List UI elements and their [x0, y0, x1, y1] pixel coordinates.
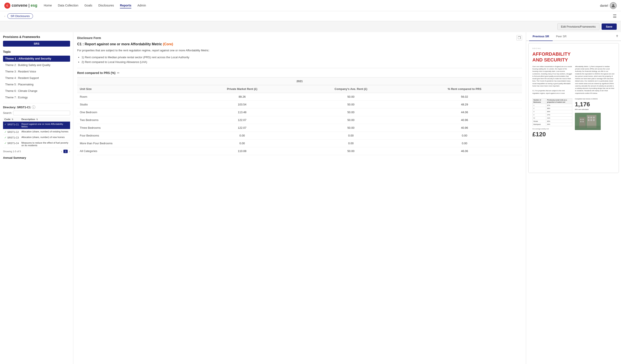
col-pct: % Rent compared to PRS — [407, 85, 522, 93]
sr-doc-table: Number of Bedrooms Previously social ren… — [532, 98, 572, 126]
svg-rect-14 — [575, 126, 601, 130]
dir-desc-srst1-c1: Report against one or more Affordability… — [20, 122, 70, 129]
dir-row-srst1-c1[interactable]: ✓ SRST1-C1 Report against one or more Af… — [3, 122, 70, 129]
unit-cell: Four Bedrooms — [77, 132, 190, 139]
prev-page-button[interactable]: ‹ — [61, 150, 62, 153]
hamburger-menu-icon[interactable]: ☰ — [613, 14, 617, 19]
framework-badge[interactable]: SRS — [3, 41, 70, 47]
sr-document-preview: SOCIAL AFFORDABILITY AND SECURITY Over o… — [528, 43, 619, 173]
pct-cell: 56.02 — [407, 93, 522, 101]
breadcrumb-sr-disclosures[interactable]: SR Disclosures — [7, 13, 33, 19]
navbar: C convene | esg Home Data Collection Goa… — [0, 0, 621, 11]
topic-resident-support[interactable]: Theme 4 : Resident Support — [3, 75, 70, 81]
dir-row-srst1-c3[interactable]: ✓ SRST1-C3 Allocation (share, number) of… — [3, 135, 70, 140]
expand-icon[interactable]: ❐ — [517, 35, 522, 40]
table-row: One Bedroom 113.48 50.00 44.06 — [77, 108, 522, 116]
check-icon-c4: ✓ — [4, 141, 7, 145]
directory-search-input[interactable] — [13, 111, 70, 115]
page-number[interactable]: 1 — [63, 150, 68, 153]
dir-code-srst1-c2: ✓ SRST1-C2 — [3, 129, 20, 135]
save-button[interactable]: Save — [602, 23, 617, 30]
topic-placemaking[interactable]: Theme 5 : Placemaking — [3, 82, 70, 87]
directory-table: Code ⇅ Description ⇅ ✓ SRST1-C1 Report a… — [3, 117, 70, 148]
table-row: Room 89.26 50.00 56.02 — [77, 93, 522, 101]
breadcrumb-bar: › SR Disclosures ☰ — [0, 11, 621, 21]
dir-code-srst1-c3: ✓ SRST1-C3 — [3, 135, 20, 140]
right-panel-expand-icon[interactable]: ✟ — [616, 34, 619, 38]
table-row: Studio 103.54 50.00 48.29 — [77, 101, 522, 108]
disclosure-form-header: Disclosure Form ❐ — [73, 32, 526, 42]
metric-core-label: (Core) — [163, 42, 173, 46]
check-icon-c3: ✓ — [4, 136, 7, 139]
pmr-cell: 103.54 — [190, 101, 295, 108]
pmr-cell: 113.48 — [190, 108, 295, 116]
pagination-text: Showing 1-5 of 5 — [3, 150, 21, 153]
dir-col-desc: Description ⇅ — [20, 117, 70, 122]
nav-links: Home Data Collection Goals Disclosures R… — [44, 3, 600, 8]
topic-climate-change[interactable]: Theme 6 : Climate Change — [3, 88, 70, 94]
left-panel: Provisions & Frameworks SRS Topic Theme … — [0, 32, 73, 364]
sr-doc-social-label: SOCIAL — [532, 47, 615, 50]
nav-data-collection[interactable]: Data Collection — [58, 3, 78, 8]
nav-home[interactable]: Home — [44, 3, 52, 8]
car-cell: 50.00 — [295, 108, 407, 116]
dir-row-srst1-c2[interactable]: ✓ SRST1-C2 Allocation (share, number) of… — [3, 129, 70, 135]
topic-affordability[interactable]: Theme 1 : Affordability and Security — [3, 56, 70, 62]
pmr-cell: 0.00 — [190, 132, 295, 139]
sr-affordable-pct: 88% were affordable — [575, 108, 615, 111]
unit-cell: One Bedroom — [77, 108, 190, 116]
user-menu: daniel — [600, 2, 617, 9]
svg-point-0 — [612, 4, 614, 6]
topic-building-safety[interactable]: Theme 2 : Building Safety and Quality — [3, 62, 70, 68]
search-row: Search: — [3, 111, 70, 115]
logo-icon: C — [4, 2, 10, 9]
pct-cell: 0.00 — [407, 132, 522, 139]
provisions-title: Provisions & Frameworks — [3, 35, 70, 39]
topic-resident-voice[interactable]: Theme 3 : Resident Voice — [3, 69, 70, 75]
prs-table: 2021 Unit Size Private Market Rent (£) C… — [77, 77, 522, 155]
topic-ecology[interactable]: Theme 7 : Ecology — [3, 94, 70, 101]
search-label: Search: — [3, 111, 12, 115]
sr-doc-heading: AFFORDABILITY AND SECURITY — [532, 51, 615, 63]
nav-reports[interactable]: Reports — [120, 3, 131, 8]
dir-row-srst1-c4[interactable]: ✓ SRST1-C4 Measures to reduce the effect… — [3, 140, 70, 148]
table-row: Four Bedrooms 0.00 0.00 0.00 — [77, 132, 522, 139]
dir-code-srst1-c4: ✓ SRST1-C4 — [3, 140, 20, 148]
dir-desc-srst1-c3: Allocation (share, number) of new homes — [20, 135, 70, 140]
sr-preview: SOCIAL AFFORDABILITY AND SECURITY Over o… — [526, 41, 621, 175]
bullet-1: 1) Rent compared to Median private renta… — [82, 55, 522, 60]
directory-title: Directory: SRST1-C1 — [3, 106, 31, 109]
pmr-cell: 110.08 — [190, 147, 295, 155]
logo-brand-text: convene | esg — [12, 3, 37, 8]
main-layout: Provisions & Frameworks SRS Topic Theme … — [0, 32, 621, 364]
sr-table-col1: Number of Bedrooms — [533, 98, 546, 104]
pct-cell: 40.96 — [407, 124, 522, 132]
car-cell: 50.00 — [295, 124, 407, 132]
tab-previous-sr[interactable]: Previous SR — [529, 32, 553, 41]
car-cell: 50.00 — [295, 101, 407, 108]
nav-admin[interactable]: Admin — [137, 3, 146, 8]
pmr-cell: 89.26 — [190, 93, 295, 101]
year-header: 2021 — [77, 77, 522, 85]
directory-info-icon[interactable]: i — [32, 105, 35, 109]
svg-rect-12 — [590, 119, 592, 121]
car-cell: 50.00 — [295, 116, 407, 124]
edit-pencil-icon[interactable]: ✏ — [117, 71, 120, 75]
building-image — [575, 113, 601, 130]
metric-bullets: 1) Rent compared to Median private renta… — [77, 55, 522, 65]
topic-title: Topic — [3, 50, 70, 53]
nav-disclosures[interactable]: Disclosures — [98, 3, 114, 8]
edit-provisions-button[interactable]: Edit Provisions/Frameworks — [557, 23, 599, 30]
disclosure-form-title: Disclosure Form — [77, 36, 101, 40]
pct-cell: 46.06 — [407, 147, 522, 155]
user-avatar[interactable] — [610, 2, 617, 9]
col-car: Company's Ave. Rent (£) — [295, 85, 407, 93]
pmr-cell: 0.00 — [190, 139, 295, 147]
tab-peer-sr[interactable]: Peer SR — [553, 32, 570, 40]
pmr-cell: 122.07 — [190, 124, 295, 132]
unit-cell: All Categories — [77, 147, 190, 155]
nav-goals[interactable]: Goals — [84, 3, 92, 8]
next-page-button[interactable]: › — [69, 150, 70, 153]
dir-code-srst1-c1: ✓ SRST1-C1 — [3, 122, 20, 129]
table-row: More than Four Bedrooms 0.00 0.00 0.00 — [77, 139, 522, 147]
